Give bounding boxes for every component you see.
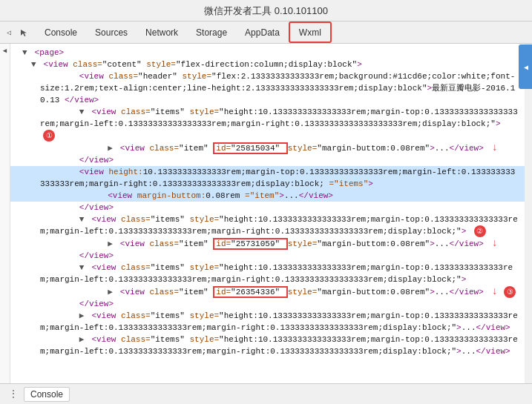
code-line: ▼ <view class="items" style="height:10.1… [10,106,525,142]
code-line: ▶ <view class="item" id="25731059" style… [10,237,525,250]
code-line: ▶ <view class="item" id="26354336" style… [10,285,525,298]
tab-console-bottom[interactable]: Console [24,387,70,402]
tab-console[interactable]: Console [36,21,86,43]
code-line: ▶ <view class="items" style="height:10.1… [10,310,525,334]
tab-storage[interactable]: Storage [187,21,236,43]
code-line: ▼ <view class="items" style="height:10.1… [10,213,525,237]
cursor-icon[interactable] [18,27,30,39]
code-line: </view> [10,202,525,213]
code-line: <view height:10.13333333333333rem;margin… [10,166,525,190]
app-title: 微信开发者工具 0.10.101100 [204,5,328,16]
tab-network[interactable]: Network [137,21,187,43]
bottom-bar: ⋮ Console [0,383,532,404]
blue-side-button[interactable]: ◀ [519,44,532,89]
title-bar: 微信开发者工具 0.10.101100 [0,0,532,21]
tab-bar: ◁ Console Sources Network Storage AppDat… [0,21,532,44]
code-line: ▼ <view class="cotent" style="flex-direc… [10,59,525,70]
scrollbar[interactable] [525,44,532,383]
code-line: <view margin-buttom:0.08rem ="item">...<… [10,190,525,202]
code-line: ▼ <page> [10,47,525,59]
side-button-icon: ◀ [522,63,530,71]
bottom-menu-icon[interactable]: ⋮ [6,387,21,402]
code-area[interactable]: ▼ <page> ▼ <view class="cotent" style="f… [10,44,525,383]
expand-arrow[interactable]: ▼ [22,47,30,59]
tab-appdata[interactable]: AppData [236,21,289,43]
expand-arrow[interactable]: ▼ [31,59,39,70]
code-line: ▶ <view class="items" style="height:10.1… [10,334,525,357]
code-line: <view class="header" style="flex:2.13333… [10,70,525,106]
code-line: ▶ <view class="item" id="25815034" style… [10,142,525,154]
sidebar: ◀ [0,44,10,383]
tab-sources[interactable]: Sources [86,21,137,43]
devtools-icon[interactable]: ◁ [3,27,15,39]
code-line: </view> [10,298,525,310]
tab-wxml[interactable]: Wxml [289,21,332,43]
code-line: </view> [10,154,525,166]
code-line: ▼ <view class="items" style="height:10.1… [10,262,525,285]
collapse-arrow[interactable]: ◀ [3,47,7,55]
code-line: </view> [10,250,525,262]
